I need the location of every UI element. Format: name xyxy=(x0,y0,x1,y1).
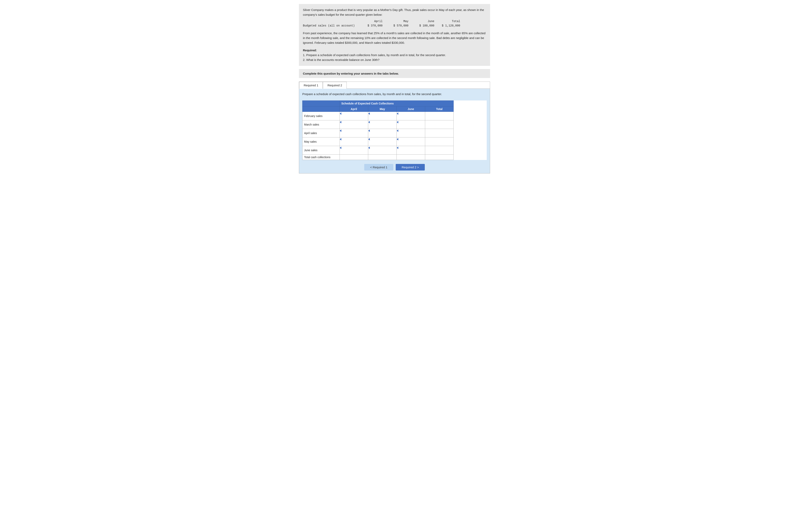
input-total-april[interactable] xyxy=(340,154,368,160)
apr-april-input[interactable] xyxy=(340,132,368,137)
intro-text: Silver Company makes a product that is v… xyxy=(303,7,486,17)
col-header-total: Total xyxy=(425,106,454,112)
mar-may-input[interactable] xyxy=(368,124,397,129)
apr-total-input[interactable] xyxy=(425,131,454,136)
description-text: From past experience, the company has le… xyxy=(303,31,486,45)
input-total-total[interactable] xyxy=(425,154,454,160)
tab-required-1[interactable]: Required 1 xyxy=(299,82,323,89)
input-jun-april[interactable] xyxy=(340,146,368,154)
budget-table: April May June Total Budgeted sales (all… xyxy=(303,19,486,28)
mar-total-input[interactable] xyxy=(425,122,454,127)
table-title-cell xyxy=(302,100,340,106)
row-label-may: May sales xyxy=(302,137,340,146)
tabs-header: Required 1 Required 2 xyxy=(299,82,490,89)
table-title-row: Schedule of Expected Cash Collections xyxy=(302,100,454,106)
may-april-input[interactable] xyxy=(340,141,368,146)
may-june-input[interactable] xyxy=(397,141,425,146)
input-total-may[interactable] xyxy=(368,154,397,160)
input-feb-april[interactable] xyxy=(340,112,368,120)
col-header-total: Total xyxy=(436,19,462,23)
arrow-icon xyxy=(340,147,341,149)
table-row: February sales xyxy=(302,112,454,120)
jun-total-input[interactable] xyxy=(425,148,454,153)
arrow-icon xyxy=(340,138,341,140)
input-mar-june[interactable] xyxy=(397,120,425,129)
required-heading: Required: xyxy=(303,48,486,53)
input-total-june[interactable] xyxy=(397,154,425,160)
col-header-may: May xyxy=(368,106,397,112)
col-header-april: April xyxy=(359,19,385,23)
input-feb-may[interactable] xyxy=(368,112,397,120)
input-apr-june[interactable] xyxy=(397,129,425,137)
schedule-table: Schedule of Expected Cash Collections Ap… xyxy=(302,100,454,160)
arrow-icon xyxy=(397,121,398,124)
col-header-june: June xyxy=(410,19,436,23)
jun-june-input[interactable] xyxy=(397,149,425,154)
may-total-input[interactable] xyxy=(425,139,454,144)
may-may-input[interactable] xyxy=(368,141,397,146)
jun-may-input[interactable] xyxy=(368,149,397,154)
input-apr-total[interactable] xyxy=(425,129,454,137)
arrow-icon xyxy=(368,130,370,132)
arrow-icon xyxy=(368,121,370,124)
table-row: May sales xyxy=(302,137,454,146)
apr-may-input[interactable] xyxy=(368,132,397,137)
tab-content-area: Prepare a schedule of expected cash coll… xyxy=(299,89,490,173)
input-may-june[interactable] xyxy=(397,137,425,146)
schedule-table-wrapper: Schedule of Expected Cash Collections Ap… xyxy=(302,100,487,160)
bottom-nav: < Required 1 Required 2 > xyxy=(302,164,487,171)
empty-header xyxy=(302,106,340,112)
apr-june-input[interactable] xyxy=(397,132,425,137)
row-label-april: April sales xyxy=(302,129,340,137)
input-apr-april[interactable] xyxy=(340,129,368,137)
next-button[interactable]: Required 2 > xyxy=(396,164,425,171)
arrow-icon xyxy=(340,112,341,115)
feb-may-input[interactable] xyxy=(368,115,397,120)
input-may-total[interactable] xyxy=(425,137,454,146)
total-may-input[interactable] xyxy=(368,155,397,160)
arrow-icon xyxy=(368,112,370,115)
prev-button-label: < Required 1 xyxy=(370,166,387,169)
input-mar-may[interactable] xyxy=(368,120,397,129)
mar-april-input[interactable] xyxy=(340,124,368,129)
arrow-icon xyxy=(368,138,370,140)
input-jun-may[interactable] xyxy=(368,146,397,154)
input-apr-may[interactable] xyxy=(368,129,397,137)
instruction-text: Complete this question by entering your … xyxy=(303,72,399,75)
prev-button[interactable]: < Required 1 xyxy=(364,164,393,171)
input-may-april[interactable] xyxy=(340,137,368,146)
input-feb-total[interactable] xyxy=(425,112,454,120)
input-mar-total[interactable] xyxy=(425,120,454,129)
input-mar-april[interactable] xyxy=(340,120,368,129)
arrow-icon xyxy=(340,130,341,132)
problem-container: Silver Company makes a product that is v… xyxy=(299,4,490,66)
tab-description: Prepare a schedule of expected cash coll… xyxy=(302,92,487,98)
table-row: June sales xyxy=(302,146,454,154)
input-jun-total[interactable] xyxy=(425,146,454,154)
row-label-march: March sales xyxy=(302,120,340,129)
arrow-icon xyxy=(397,147,398,149)
feb-total-input[interactable] xyxy=(425,113,454,118)
total-total-input[interactable] xyxy=(425,155,454,160)
table-title: Schedule of Expected Cash Collections xyxy=(340,100,454,106)
jun-april-input[interactable] xyxy=(340,149,368,154)
total-june-input[interactable] xyxy=(397,155,425,160)
tab-required-2[interactable]: Required 2 xyxy=(323,82,347,89)
feb-april-input[interactable] xyxy=(340,115,368,120)
table-col-headers: April May June Total xyxy=(302,106,454,112)
required-item-1: 1. Prepare a schedule of expected cash c… xyxy=(303,53,486,57)
budget-row-label: Budgeted sales (all on account) xyxy=(303,23,359,28)
mar-june-input[interactable] xyxy=(397,124,425,129)
arrow-icon xyxy=(368,147,370,149)
input-feb-june[interactable] xyxy=(397,112,425,120)
budget-may: $ 570,000 xyxy=(385,23,410,28)
required-item-2: 2. What is the accounts receivable balan… xyxy=(303,57,486,62)
feb-june-input[interactable] xyxy=(397,115,425,120)
arrow-icon xyxy=(397,130,398,132)
arrow-icon xyxy=(397,112,398,115)
col-header-may: May xyxy=(385,19,410,23)
total-april-input[interactable] xyxy=(340,155,368,160)
input-may-may[interactable] xyxy=(368,137,397,146)
input-jun-june[interactable] xyxy=(397,146,425,154)
row-label-total: Total cash collections xyxy=(302,154,340,160)
